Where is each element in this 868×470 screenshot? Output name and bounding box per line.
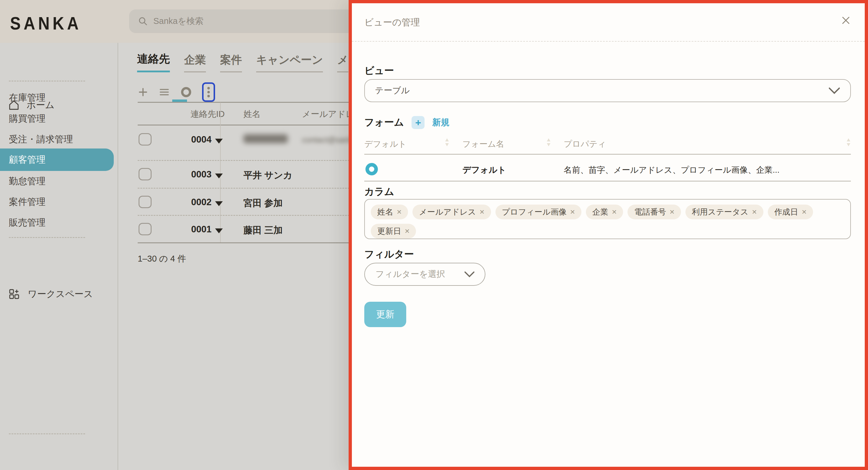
sidebar-item-purchasing[interactable]: 購買管理 [9, 112, 45, 125]
table-toolbar [138, 83, 215, 102]
record-id[interactable]: 0001 [164, 224, 212, 235]
sidebar: ホーム 在庫管理 購買管理 受注・請求管理 顧客管理 勤怠管理 案件管理 販売管… [0, 43, 118, 470]
default-form-radio[interactable] [366, 163, 378, 175]
pagination-status: 1–30 の 4 件 [138, 253, 186, 265]
app-root: SANKA Sankaを検索 ホーム 在庫管理 購買管理 受注・請求管理 顧客管… [0, 0, 868, 470]
record-name: 藤田 三加 [243, 224, 283, 236]
caret-down-icon[interactable] [215, 201, 223, 206]
row-checkbox[interactable] [138, 168, 152, 180]
form-table-row: デフォルト 名前、苗字、メールアドレス、プロフィール画像、企業... [364, 157, 851, 181]
chip-remove-icon[interactable]: × [570, 207, 575, 217]
caret-down-icon[interactable] [215, 228, 223, 234]
list-view-button[interactable] [158, 87, 170, 97]
record-id[interactable]: 0003 [164, 169, 212, 180]
tab-truncated[interactable]: メ [337, 53, 348, 72]
object-tabs: 連絡先 企業 案件 キャンペーン メ [137, 52, 348, 72]
form-section-header: フォーム + 新規 [364, 116, 450, 129]
tab-campaigns[interactable]: キャンペーン [256, 53, 323, 72]
caret-down-icon[interactable] [215, 138, 223, 144]
column-chip: メールアドレス× [412, 205, 491, 220]
caret-down-icon[interactable] [215, 173, 223, 179]
sidebar-item-workspace[interactable]: ワークスペース [8, 288, 93, 300]
view-options-button[interactable] [202, 82, 215, 102]
chip-remove-icon[interactable]: × [479, 207, 484, 217]
add-record-button[interactable] [138, 87, 148, 97]
view-section-label: ビュー [364, 64, 394, 77]
list-icon [158, 87, 170, 97]
form-properties-value: 名前、苗字、メールアドレス、プロフィール画像、企業... [564, 164, 780, 176]
search-placeholder: Sankaを検索 [153, 15, 204, 27]
row-checkbox[interactable] [138, 223, 152, 235]
columns-multiselect[interactable]: 姓名× メールアドレス× プロフィール画像× 企業× 電話番号× 利用ステータス… [364, 199, 851, 239]
record-name-redacted [243, 134, 288, 143]
search-icon [138, 16, 148, 26]
sort-icon[interactable] [846, 138, 851, 147]
chip-remove-icon[interactable]: × [612, 207, 617, 217]
record-name: 平井 サンカ [243, 169, 292, 181]
form-section-label: フォーム [364, 116, 404, 129]
row-checkbox[interactable] [138, 133, 152, 145]
chip-remove-icon[interactable]: × [670, 207, 674, 217]
chevron-down-icon [464, 271, 475, 277]
sidebar-divider [9, 237, 85, 238]
view-type-value: テーブル [375, 85, 410, 97]
sort-icon[interactable] [546, 138, 551, 147]
close-button[interactable] [840, 15, 851, 27]
circle-view-icon [180, 86, 192, 98]
table-view-button[interactable] [180, 86, 192, 98]
column-chip: 電話番号× [627, 205, 681, 220]
row-checkbox[interactable] [138, 196, 152, 208]
chevron-down-icon [829, 87, 840, 94]
chip-remove-icon[interactable]: × [752, 207, 756, 217]
chip-remove-icon[interactable]: × [405, 227, 409, 236]
brand-logo: SANKA [10, 13, 82, 33]
filter-placeholder: フィルターを選択 [375, 268, 445, 280]
view-type-select[interactable]: テーブル [364, 79, 851, 102]
workspace-icon [8, 288, 20, 300]
sidebar-item-customers[interactable]: 顧客管理 [0, 148, 114, 171]
sidebar-item-orders-billing[interactable]: 受注・請求管理 [9, 133, 73, 145]
column-chip: 企業× [586, 205, 623, 220]
form-col-name: フォーム名 [462, 138, 504, 150]
kebab-menu-icon [207, 86, 211, 98]
column-chip: 作成日× [768, 205, 813, 220]
filter-select[interactable]: フィルターを選択 [364, 263, 486, 286]
sidebar-item-attendance[interactable]: 勤怠管理 [9, 175, 45, 188]
columns-section-label: カラム [364, 185, 394, 198]
column-header-name[interactable]: 姓名 [243, 108, 260, 120]
column-chip: プロフィール画像× [495, 205, 582, 220]
tab-deals[interactable]: 案件 [220, 53, 242, 72]
sidebar-divider [9, 80, 85, 81]
sidebar-item-inventory[interactable]: 在庫管理 [9, 92, 45, 104]
form-table-divider [364, 154, 851, 155]
sort-icon[interactable] [445, 138, 450, 147]
close-icon [840, 15, 851, 26]
add-form-icon[interactable]: + [411, 116, 425, 129]
global-search-input[interactable]: Sankaを検索 [129, 9, 366, 33]
sidebar-item-sales[interactable]: 販売管理 [9, 216, 45, 229]
drawer-title: ビューの管理 [364, 16, 420, 29]
update-button[interactable]: 更新 [364, 302, 406, 327]
plus-icon [138, 87, 148, 97]
new-form-button[interactable]: 新規 [432, 116, 450, 128]
tab-contacts[interactable]: 連絡先 [137, 52, 170, 72]
column-chip: 利用ステータス× [685, 205, 764, 220]
filter-section-label: フィルター [364, 248, 414, 261]
sidebar-divider [9, 433, 85, 434]
chip-remove-icon[interactable]: × [802, 207, 807, 217]
view-management-drawer: ビューの管理 ビュー テーブル フォーム + 新規 デフォルト フォーム名 プロ… [349, 0, 868, 470]
record-id[interactable]: 0002 [164, 197, 212, 207]
form-table-divider [364, 181, 851, 181]
record-name: 宮田 参加 [243, 197, 283, 209]
form-col-default: デフォルト [364, 138, 406, 150]
tab-companies[interactable]: 企業 [184, 53, 206, 72]
form-name-value: デフォルト [462, 164, 506, 176]
chip-remove-icon[interactable]: × [397, 207, 402, 217]
drawer-header-divider [352, 41, 865, 42]
column-chip: 更新日× [371, 224, 416, 239]
sidebar-item-projects[interactable]: 案件管理 [9, 196, 45, 208]
record-id[interactable]: 0004 [164, 134, 212, 145]
column-header-id[interactable]: 連絡先ID [174, 108, 241, 120]
column-chip: 姓名× [371, 205, 408, 220]
form-col-properties: プロパティ [564, 138, 606, 150]
